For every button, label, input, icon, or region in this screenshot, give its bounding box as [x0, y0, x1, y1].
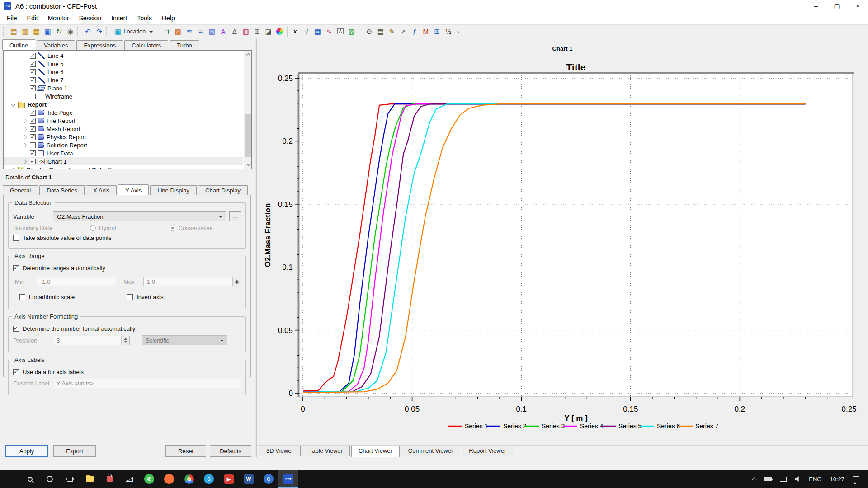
menu-item[interactable]: Help: [157, 13, 180, 23]
tree-scrollbar[interactable]: [244, 51, 251, 169]
apply-button[interactable]: Apply: [5, 445, 48, 457]
min-input[interactable]: -1.0: [37, 277, 116, 286]
word-icon[interactable]: W: [239, 470, 259, 488]
tree-item[interactable]: File Report: [4, 117, 243, 125]
tree-item[interactable]: Plane 1: [4, 84, 243, 92]
precision-spinner[interactable]: [122, 336, 130, 345]
variable-browse-button[interactable]: ...: [229, 211, 241, 221]
viewer-tab[interactable]: Report Viewer: [462, 446, 513, 456]
volume-rendering-icon[interactable]: ▧: [206, 26, 217, 37]
conservative-radio[interactable]: [170, 225, 175, 231]
volume-icon[interactable]: [795, 476, 801, 482]
media-app-icon[interactable]: ▶: [219, 470, 239, 488]
scrollbar-thumb[interactable]: [245, 114, 251, 157]
clock[interactable]: 10:27: [830, 476, 844, 483]
menu-item[interactable]: File: [2, 13, 22, 23]
redo-icon[interactable]: ↷: [94, 26, 105, 37]
tree-item-checkbox[interactable]: [30, 159, 36, 164]
quick-editor-icon[interactable]: ✎: [386, 26, 397, 37]
menu-item[interactable]: Insert: [106, 13, 132, 23]
number-format-combobox[interactable]: Scientific: [142, 335, 227, 345]
tree-item[interactable]: Report: [4, 100, 243, 108]
max-spinner[interactable]: [233, 277, 241, 286]
logarithmic-scale-checkbox[interactable]: [19, 294, 25, 300]
auto-number-format-checkbox[interactable]: [13, 326, 19, 332]
tree-item[interactable]: Line 5: [4, 60, 243, 68]
menu-item[interactable]: Session: [74, 13, 106, 23]
timestep-selector-icon[interactable]: ⊙: [363, 26, 375, 37]
tree-item[interactable]: Wireframe: [4, 92, 243, 100]
details-tab[interactable]: X Axis: [86, 185, 117, 195]
hidden-icons-chevron[interactable]: [753, 477, 756, 481]
custom-label-input[interactable]: Y Axis <units>: [53, 379, 241, 388]
file-explorer-icon[interactable]: [80, 470, 99, 488]
details-tab[interactable]: General: [3, 185, 38, 195]
save-picture-icon[interactable]: ▣: [42, 26, 53, 37]
location-dropdown[interactable]: ▣ Location: [111, 26, 157, 37]
invert-axis-checkbox[interactable]: [127, 294, 133, 300]
start-button[interactable]: [0, 470, 20, 488]
tree-item[interactable]: Solution Report: [4, 141, 243, 149]
snapshot-icon[interactable]: ◉: [65, 26, 76, 37]
save-state-icon[interactable]: ▥: [19, 26, 31, 37]
expressions-icon[interactable]: x: [289, 26, 301, 37]
firefox-icon[interactable]: [159, 470, 179, 488]
function-file-icon[interactable]: ƒ: [409, 26, 420, 37]
precision-input[interactable]: 3: [53, 336, 122, 345]
export-button[interactable]: Export: [53, 445, 96, 457]
tree-item[interactable]: Title Page: [4, 108, 243, 117]
battery-icon[interactable]: [764, 477, 772, 481]
workspace-tab[interactable]: Turbo: [170, 40, 199, 50]
tree-item-checkbox[interactable]: [30, 53, 36, 59]
workspace-tab[interactable]: Calculators: [124, 40, 168, 50]
workspace-tab[interactable]: Outline: [2, 39, 35, 50]
viewer-tab[interactable]: Table Viewer: [302, 446, 350, 456]
action-center-icon[interactable]: [853, 476, 859, 482]
variable-combobox[interactable]: O2.Mass Fraction: [53, 211, 226, 221]
case-comparison-icon[interactable]: ½: [443, 26, 454, 37]
streamline-icon[interactable]: ≋: [184, 26, 195, 37]
scroll-up-button[interactable]: [244, 51, 252, 58]
chrome-icon[interactable]: [179, 470, 199, 488]
tree-item-checkbox[interactable]: [30, 142, 36, 148]
tree-expand-chevron[interactable]: [20, 144, 30, 147]
close-button[interactable]: ×: [847, 0, 868, 12]
save-project-icon[interactable]: ▦: [31, 26, 42, 37]
tree-expand-chevron[interactable]: [20, 160, 30, 163]
tree-item-checkbox[interactable]: [30, 126, 36, 132]
tree-item-checkbox[interactable]: [30, 61, 36, 67]
whatsapp-icon[interactable]: ✆: [139, 470, 159, 488]
hybrid-radio[interactable]: [90, 225, 96, 231]
cortana-button[interactable]: [40, 470, 60, 488]
comment-icon[interactable]: A: [335, 26, 346, 37]
task-view-button[interactable]: [60, 470, 80, 488]
defaults-button[interactable]: Defaults: [210, 445, 251, 457]
workspace-tab[interactable]: Variables: [37, 40, 75, 50]
app-icon-blue-circle[interactable]: C: [259, 470, 278, 488]
viewer-tab[interactable]: Chart Viewer: [351, 446, 400, 457]
absolute-value-checkbox[interactable]: [13, 235, 19, 241]
tree-item[interactable]: Chart 1: [4, 157, 243, 165]
probe-icon[interactable]: ↗: [397, 26, 409, 37]
mesh-file-icon[interactable]: ⊞: [431, 26, 443, 37]
clip-plane-icon[interactable]: ◪: [263, 26, 274, 37]
load-results-icon[interactable]: ▤: [8, 26, 19, 37]
tree-item[interactable]: Physics Report: [4, 133, 243, 141]
cfd-post-taskbar-icon[interactable]: PST: [278, 470, 298, 488]
mail-icon[interactable]: [119, 470, 139, 488]
tree-item-checkbox[interactable]: [30, 85, 36, 91]
maximize-button[interactable]: ▢: [826, 0, 847, 12]
tree-expand-chevron[interactable]: [20, 127, 30, 131]
tree-item-checkbox[interactable]: [30, 118, 36, 124]
menu-item[interactable]: Monitor: [43, 13, 74, 23]
network-icon[interactable]: [780, 477, 787, 482]
command-editor-icon[interactable]: ›_: [454, 26, 465, 37]
tree-item-checkbox[interactable]: [30, 77, 36, 83]
scroll-down-button[interactable]: [244, 161, 252, 169]
tree-expand-chevron[interactable]: [20, 119, 30, 122]
tree-expand-chevron[interactable]: [8, 168, 18, 169]
menu-item[interactable]: Edit: [22, 13, 43, 23]
tree-item-checkbox[interactable]: [30, 94, 36, 99]
function-calculator-icon[interactable]: √: [301, 26, 312, 37]
viewer-tab[interactable]: 3D Viewer: [259, 446, 301, 456]
